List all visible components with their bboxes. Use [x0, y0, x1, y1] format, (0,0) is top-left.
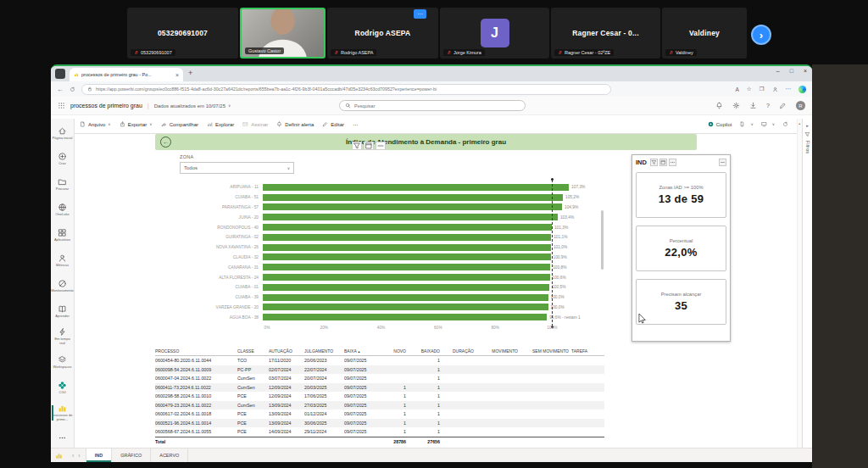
sidebar-item-cgj[interactable]: CGJ [51, 375, 74, 400]
reload-button[interactable] [70, 86, 75, 92]
tile-more-options-button[interactable]: ⋯ [414, 9, 426, 19]
next-participants-button[interactable]: › [751, 25, 771, 45]
participant-tile[interactable]: Ragner Cesar - 0... Ragner Cesar - 02ºZE [551, 8, 660, 58]
toolbar-item[interactable]: Arquivo ∨ [80, 121, 111, 127]
bar-row[interactable]: VÁRZEA GRANDE - 20 100,0% [93, 303, 636, 313]
bar[interactable] [263, 294, 548, 301]
toolbar-item[interactable] [782, 121, 791, 127]
participant-tile[interactable]: Valdiney Valdiney [662, 8, 747, 58]
sidebar-item-criar[interactable]: Criar [51, 146, 74, 171]
app-launcher-icon[interactable] [58, 102, 65, 109]
focus-tool-button[interactable] [364, 142, 374, 150]
favorite-star-icon[interactable]: ☆ [747, 86, 752, 92]
bar-row[interactable]: CANARANA - 31 100,8% [93, 262, 636, 272]
participant-tile[interactable]: 053290691007 053290691007 [127, 8, 238, 58]
sidebar-item-processos-de-prime-[interactable]: processos de prime... [51, 400, 74, 426]
data-updated-dropdown[interactable]: Dados atualizados em 10/07/25 ∨ [154, 103, 231, 109]
bar-row[interactable]: RONDONÓPOLIS - 40 101,3% [93, 222, 636, 232]
participant-tile[interactable]: Gustavo Castor [240, 8, 326, 58]
bar[interactable] [263, 274, 550, 281]
next-page-arrow[interactable]: › [78, 453, 80, 459]
table-row[interactable]: 0600479-23.2024.6.11.0022CumSen13/09/202… [155, 401, 604, 410]
bar-row[interactable]: ALTA FLORESTA - 24 100,6% [93, 272, 636, 282]
bar[interactable] [263, 214, 558, 220]
bar-row[interactable]: ÁGUA BOA - 38 99,6% - restam 1 [93, 312, 636, 322]
back-circle-button[interactable]: ← [160, 136, 171, 148]
bar-row[interactable]: CLÁUDIA - 32 100,9% [93, 253, 636, 263]
bar[interactable] [263, 244, 551, 251]
search-box[interactable] [339, 100, 526, 111]
browser-profile-icon[interactable] [772, 86, 778, 92]
search-input[interactable] [354, 103, 520, 109]
read-aloud-icon[interactable]: A [736, 86, 739, 92]
page-tab-gráfico[interactable]: GRÁFICO [112, 448, 151, 462]
bar[interactable] [263, 284, 549, 291]
bar[interactable] [263, 194, 563, 201]
browser-tab[interactable]: processos de primeiro grau - Po... × [70, 68, 183, 81]
bar-row[interactable]: GUIRATINGA - 02 101,1% [93, 232, 636, 242]
table-row[interactable]: 0600454-80.2020.6.11.0044TCO17/11/202020… [155, 356, 604, 365]
bar[interactable] [263, 184, 569, 191]
minimize-button[interactable]: – [776, 68, 780, 74]
feedback-pencil-icon[interactable] [779, 102, 787, 109]
filters-pane-collapsed[interactable]: ▸ Filtros [802, 119, 812, 448]
participant-tile[interactable]: J Jorge Kimura [440, 8, 549, 58]
browser-workspace-icon[interactable] [55, 69, 65, 79]
collections-icon[interactable]: ❐ [760, 86, 765, 92]
expand-filters-icon[interactable]: ▸ [806, 123, 809, 128]
sidebar-item-em-tempo-real[interactable]: Em tempo real [51, 324, 74, 349]
bar[interactable] [263, 234, 551, 241]
toolbar-item[interactable]: Copilot [708, 121, 732, 127]
table-row[interactable]: 0600617-02.2024.6.11.0018PCE13/09/202401… [155, 410, 604, 419]
bar[interactable] [263, 254, 551, 260]
close-button[interactable]: × [804, 68, 807, 74]
settings-gear-icon[interactable] [732, 102, 740, 109]
page-tab-acervo[interactable]: ACERVO [151, 448, 188, 462]
toolbar-item[interactable]: Exportar ∨ [120, 121, 153, 127]
table-row[interactable]: 0600411-73.2024.6.11.0022CumSen12/09/202… [155, 383, 604, 393]
toolbar-item[interactable]: ∨ [739, 121, 753, 127]
bar[interactable] [263, 264, 550, 270]
bar-row[interactable]: PARANATINGA - 57 104,9% [93, 203, 636, 213]
bar-row[interactable]: CUIABÁ - 01 100,5% [93, 282, 636, 292]
panel-collapse-button[interactable] [719, 159, 726, 166]
toolbar-item[interactable]: ∨ [761, 121, 775, 127]
page-tab-ind[interactable]: IND [86, 448, 112, 462]
url-bar[interactable]: https://app.powerbi.com/groups/ec0cc886-… [81, 84, 611, 95]
toolbar-item[interactable]: ⋯ [353, 121, 358, 127]
filter-tool-button[interactable] [352, 142, 362, 150]
maximize-button[interactable]: □ [790, 68, 793, 74]
sidebar-item-monitoramento[interactable]: Monitoramento [51, 273, 74, 298]
bar[interactable] [263, 224, 552, 231]
sidebar-item-aplicativos[interactable]: Aplicativos [51, 222, 74, 248]
prev-page-arrow[interactable]: ‹ [72, 453, 74, 459]
sidebar-item-workspaces[interactable]: Workspaces [51, 349, 74, 375]
new-tab-button[interactable]: + [188, 69, 192, 77]
panel-focus-button[interactable] [659, 159, 667, 166]
bar-row[interactable]: JUÍNA - 20 103,4% [93, 212, 636, 222]
panel-filter-button[interactable] [650, 159, 658, 166]
toolbar-item[interactable]: Assinar [242, 121, 268, 127]
panel-more-options-button[interactable] [669, 159, 676, 166]
toolbar-item[interactable]: Editar [322, 121, 344, 127]
notifications-bell-icon[interactable] [715, 102, 723, 109]
sidebar-item-procurar[interactable]: Procurar [51, 171, 74, 197]
toolbar-item[interactable]: Compartilhar [161, 121, 198, 127]
bar-row[interactable]: NOVA XAVANTINA - 26 101,0% [93, 242, 636, 253]
bar[interactable] [263, 304, 548, 310]
table-row[interactable]: 0600568-67.2024.6.11.0055PCE14/09/202429… [155, 427, 604, 437]
table-row[interactable]: 0600098-54.2024.6.11.0009PC-PP02/07/2024… [155, 365, 604, 375]
browser-menu-icon[interactable]: ⋯ [786, 86, 792, 92]
toolbar-item[interactable]: Explorar [207, 121, 234, 127]
bar-row[interactable]: CUIABÁ - 51 105,2% [93, 192, 636, 203]
back-button[interactable]: ← [57, 86, 64, 93]
toolbar-item[interactable]: Definir alerta [276, 121, 314, 127]
bar-row[interactable]: ARIPUANÃ - 11 107,3% [93, 182, 636, 192]
sidebar-item-dots[interactable] [51, 426, 74, 448]
help-icon[interactable]: ? [766, 103, 770, 109]
table-row[interactable]: 0600047-04.2024.6.11.0022CumSen03/07/202… [155, 374, 604, 383]
bar-row[interactable]: CUIABÁ - 39 100,0% [93, 292, 636, 303]
slicer-dropdown[interactable]: Todos ∨ [180, 162, 294, 174]
bar[interactable] [263, 314, 547, 320]
chart-scrollbar[interactable] [601, 210, 604, 270]
